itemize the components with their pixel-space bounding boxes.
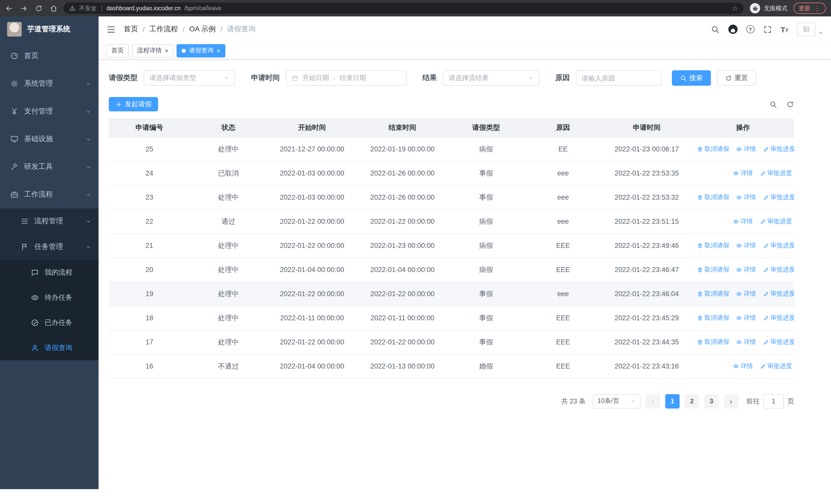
- tab-leave-query[interactable]: 请假查询 ×: [177, 44, 225, 57]
- approval-progress-button[interactable]: 审批进度: [763, 193, 794, 202]
- cell-status: 处理中: [190, 258, 267, 282]
- sidebar-item-payment[interactable]: 支付管理: [0, 97, 98, 125]
- approval-progress-button[interactable]: 审批进度: [763, 241, 794, 250]
- approval-progress-button[interactable]: 审批进度: [763, 290, 794, 298]
- sidebar-item-my-processes[interactable]: 我的流程: [0, 260, 98, 285]
- sidebar-item-workflow[interactable]: 工作流程: [0, 181, 98, 208]
- prev-page-button[interactable]: ‹: [646, 394, 660, 408]
- browser-update-button[interactable]: 更新 ⋮: [794, 3, 826, 14]
- browser-home-icon[interactable]: [50, 4, 57, 12]
- font-size-icon[interactable]: TT: [780, 25, 789, 33]
- sidebar-item-label: 首页: [24, 51, 38, 61]
- cell-end-time: 2022-01-13 00:00:00: [357, 354, 448, 378]
- cell-apply-time: 2022-01-22 23:45:29: [602, 306, 692, 330]
- approval-progress-button[interactable]: 审批进度: [760, 169, 792, 178]
- approval-progress-button[interactable]: 审批进度: [763, 338, 794, 347]
- sidebar-item-done-tasks[interactable]: 已办任务: [0, 310, 98, 335]
- table-toolbar: 发起请假: [109, 97, 794, 111]
- goto-page-input[interactable]: [763, 394, 784, 408]
- sidebar-item-todo-tasks[interactable]: 待办任务: [0, 285, 98, 310]
- next-page-button[interactable]: ›: [724, 394, 738, 408]
- search-button[interactable]: 搜索: [672, 70, 711, 86]
- cancel-leave-button[interactable]: 取消请假: [697, 193, 729, 202]
- approval-progress-button[interactable]: 审批进度: [763, 265, 794, 274]
- browser-menu-icon[interactable]: ⋮: [814, 5, 821, 11]
- page-size-select[interactable]: 10条/页: [593, 394, 640, 408]
- browser-toolbar: 不安全 dashboard.yudao.iocoder.cn/bpm/oa/le…: [0, 0, 831, 17]
- cell-start-time: 2022-01-03 00:00:00: [267, 161, 357, 185]
- refresh-table-icon[interactable]: [786, 100, 794, 108]
- cancel-leave-button[interactable]: 取消请假: [697, 241, 729, 250]
- page-button-3[interactable]: 3: [704, 394, 719, 408]
- search-icon[interactable]: [711, 25, 719, 34]
- cancel-leave-button[interactable]: 取消请假: [697, 338, 729, 347]
- detail-button[interactable]: 详情: [736, 193, 756, 202]
- sidebar-collapse-icon[interactable]: [106, 24, 116, 34]
- eye-icon: [736, 146, 742, 152]
- browser-reload-icon[interactable]: [35, 4, 42, 12]
- sidebar-item-system[interactable]: 系统管理: [0, 70, 98, 97]
- detail-button[interactable]: 详情: [736, 241, 756, 250]
- cancel-leave-button[interactable]: 取消请假: [697, 290, 729, 298]
- cancel-leave-button[interactable]: 取消请假: [697, 145, 729, 153]
- col-apply-time: 申请时间: [602, 119, 692, 137]
- close-icon[interactable]: ×: [217, 48, 220, 54]
- detail-button[interactable]: 详情: [736, 145, 756, 153]
- breadcrumb-item[interactable]: 首页: [124, 25, 138, 34]
- approval-progress-button[interactable]: 审批进度: [763, 145, 794, 153]
- sidebar-item-process-management[interactable]: 流程管理: [0, 208, 98, 234]
- reset-button[interactable]: 重置: [717, 70, 756, 86]
- toggle-search-icon[interactable]: [769, 100, 777, 108]
- table-row: 18 处理中 2022-01-11 00:00:00 2022-01-11 00…: [109, 306, 794, 330]
- approval-progress-button[interactable]: 审批进度: [763, 314, 794, 322]
- create-leave-button[interactable]: 发起请假: [109, 97, 158, 111]
- tab-home[interactable]: 首页: [106, 44, 129, 57]
- detail-button[interactable]: 详情: [736, 290, 756, 298]
- breadcrumb-item[interactable]: OA 示例: [190, 25, 216, 34]
- date-range-picker[interactable]: 开始日期 - 结束日期: [286, 70, 406, 86]
- leave-type-select[interactable]: 请选择请假类型: [144, 70, 235, 86]
- detail-label: 详情: [744, 290, 756, 298]
- github-icon[interactable]: [728, 25, 737, 34]
- approval-progress-button[interactable]: 审批进度: [760, 217, 792, 226]
- close-icon[interactable]: ×: [165, 48, 168, 54]
- browser-forward-icon[interactable]: [20, 4, 28, 12]
- cancel-leave-button[interactable]: 取消请假: [697, 314, 729, 322]
- create-leave-label: 发起请假: [125, 99, 151, 109]
- tab-process-detail[interactable]: 流程详情 ×: [132, 44, 173, 57]
- detail-button[interactable]: 详情: [736, 338, 756, 347]
- logo: 芋道管理系统: [0, 17, 98, 42]
- reason-input[interactable]: [576, 71, 661, 85]
- sidebar-item-devtools[interactable]: 研发工具: [0, 153, 98, 181]
- cell-end-time: 2022-01-22 00:00:00: [357, 330, 448, 354]
- address-bar[interactable]: 不安全 dashboard.yudao.iocoder.cn/bpm/oa/le…: [64, 3, 744, 14]
- browser-back-icon[interactable]: [5, 4, 13, 12]
- breadcrumb-item[interactable]: 工作流程: [149, 25, 178, 34]
- detail-button[interactable]: 详情: [736, 314, 756, 322]
- cell-leave-type: 病假: [448, 234, 524, 258]
- cell-start-time: 2022-01-11 00:00:00: [267, 306, 357, 330]
- result-select[interactable]: 请选择流结果: [443, 70, 540, 86]
- approval-progress-button[interactable]: 审批进度: [760, 362, 792, 370]
- user-menu[interactable]: [797, 22, 823, 36]
- trash-icon: [697, 291, 703, 297]
- chevron-down-icon: [86, 218, 91, 224]
- sidebar-item-leave-query[interactable]: 请假查询: [0, 335, 98, 360]
- detail-button[interactable]: 详情: [733, 362, 753, 370]
- page-button-1[interactable]: 1: [665, 394, 680, 408]
- detail-button[interactable]: 详情: [736, 265, 756, 274]
- bookmark-star-icon[interactable]: ☆: [732, 5, 738, 11]
- sidebar-item-infrastructure[interactable]: 基础设施: [0, 125, 98, 153]
- cancel-leave-button[interactable]: 取消请假: [697, 265, 729, 274]
- detail-button[interactable]: 详情: [733, 217, 753, 226]
- detail-button[interactable]: 详情: [733, 169, 753, 178]
- cell-reason: EEE: [524, 306, 602, 330]
- help-icon[interactable]: ?: [746, 25, 754, 33]
- approval-progress-label: 审批进度: [770, 338, 794, 347]
- sidebar-item-task-management[interactable]: 任务管理: [0, 234, 98, 260]
- chevron-down-icon: [86, 109, 91, 114]
- sidebar-item-home[interactable]: 首页: [0, 42, 98, 70]
- page-button-2[interactable]: 2: [685, 394, 699, 408]
- fullscreen-icon[interactable]: [763, 25, 772, 34]
- security-warning-icon[interactable]: [69, 5, 76, 11]
